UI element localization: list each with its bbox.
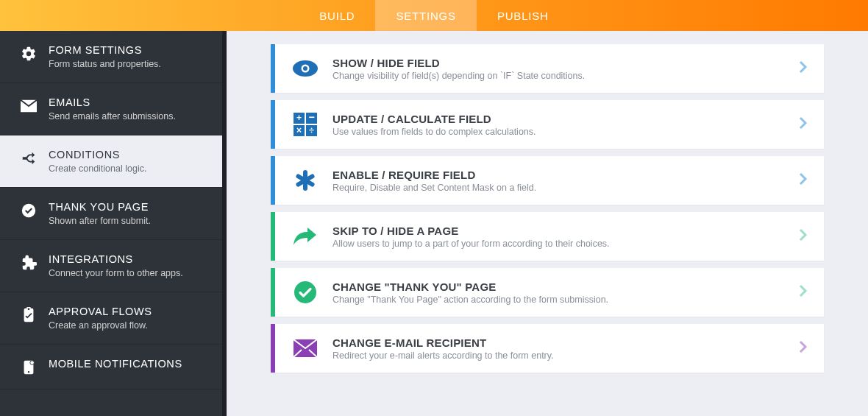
sidebar-item-thankyou[interactable]: THANK YOU PAGE Shown after form submit. [0, 188, 222, 240]
card-title: ENABLE / REQUIRE FIELD [332, 169, 799, 181]
svg-point-1 [30, 361, 35, 365]
clipboard-check-icon [21, 307, 37, 323]
card-sub: Redirect your e-mail alerts according to… [332, 350, 799, 361]
eye-icon [288, 60, 322, 77]
sidebar-item-title: FORM SETTINGS [49, 44, 161, 56]
card-title: SHOW / HIDE FIELD [332, 57, 799, 69]
card-change-email-recipient[interactable]: CHANGE E-MAIL RECIPIENT Redirect your e-… [271, 324, 824, 373]
chevron-right-icon [799, 340, 808, 356]
sidebar-item-sub: Create conditional logic. [49, 163, 146, 174]
svg-text:÷: ÷ [309, 125, 314, 135]
check-circle-icon [21, 202, 37, 219]
tab-build[interactable]: BUILD [299, 0, 375, 31]
card-sub: Use values from fields to do complex cal… [332, 127, 799, 137]
shuffle-icon [21, 150, 37, 166]
arrow-share-icon [288, 226, 322, 247]
topbar: BUILD SETTINGS PUBLISH [0, 0, 868, 31]
svg-text:+: + [296, 113, 302, 123]
card-sub: Require, Disable and Set Content Mask on… [332, 183, 799, 193]
card-enable-require[interactable]: ENABLE / REQUIRE FIELD Require, Disable … [271, 156, 824, 205]
card-title: CHANGE E-MAIL RECIPIENT [332, 336, 799, 349]
card-skip-hide-page[interactable]: SKIP TO / HIDE A PAGE Allow users to jum… [271, 212, 824, 261]
chevron-right-icon [799, 228, 808, 244]
sidebar-item-sub: Shown after form submit. [49, 216, 151, 226]
chevron-right-icon [799, 116, 808, 133]
tab-publish[interactable]: PUBLISH [477, 0, 569, 31]
sidebar-item-mobile[interactable]: MOBILE NOTIFICATIONS [0, 345, 222, 389]
chevron-right-icon [799, 284, 808, 300]
sidebar-item-form-settings[interactable]: FORM SETTINGS Form status and properties… [0, 31, 222, 83]
chevron-right-icon [799, 60, 808, 77]
check-badge-icon [288, 281, 322, 304]
main-content: SHOW / HIDE FIELD Change visibility of f… [227, 31, 868, 416]
mail-icon [21, 98, 37, 114]
tab-settings[interactable]: SETTINGS [375, 0, 476, 31]
sidebar-item-approval[interactable]: APPROVAL FLOWS Create an approval flow. [0, 292, 222, 345]
card-title: CHANGE "THANK YOU" PAGE [332, 281, 799, 293]
svg-text:−: − [308, 113, 314, 123]
gear-icon [21, 46, 37, 62]
chevron-right-icon [799, 172, 808, 188]
puzzle-icon [21, 255, 37, 271]
sidebar: FORM SETTINGS Form status and properties… [0, 31, 227, 416]
sidebar-item-emails[interactable]: EMAILS Send emails after submissions. [0, 83, 222, 135]
sidebar-item-title: EMAILS [49, 96, 176, 108]
svg-point-4 [303, 66, 307, 71]
card-update-calculate[interactable]: + − × ÷ UPDATE / CALCULATE FIELD Use val… [271, 100, 824, 149]
card-sub: Change visibility of field(s) depending … [332, 71, 799, 81]
sidebar-item-sub: Form status and properties. [49, 59, 161, 69]
sidebar-item-title: APPROVAL FLOWS [49, 306, 152, 317]
bell-icon [21, 359, 37, 376]
sidebar-item-sub: Create an approval flow. [49, 320, 152, 331]
svg-point-16 [294, 281, 316, 303]
card-change-thankyou[interactable]: CHANGE "THANK YOU" PAGE Change "Thank Yo… [271, 268, 824, 317]
card-title: SKIP TO / HIDE A PAGE [332, 225, 799, 237]
sidebar-item-title: INTEGRATIONS [49, 253, 183, 265]
sidebar-item-title: MOBILE NOTIFICATIONS [49, 358, 182, 370]
card-sub: Change "Thank You Page" action according… [332, 295, 799, 305]
sidebar-item-conditions[interactable]: CONDITIONS Create conditional logic. [0, 135, 222, 188]
sidebar-item-title: THANK YOU PAGE [49, 201, 151, 213]
sidebar-item-sub: Send emails after submissions. [49, 111, 176, 121]
card-sub: Allow users to jump to a part of your fo… [332, 239, 799, 249]
sidebar-item-title: CONDITIONS [49, 149, 146, 161]
card-show-hide-field[interactable]: SHOW / HIDE FIELD Change visibility of f… [271, 44, 824, 93]
sidebar-item-integrations[interactable]: INTEGRATIONS Connect your form to other … [0, 240, 222, 292]
mail-solid-icon [288, 339, 322, 357]
calculator-icon: + − × ÷ [288, 113, 322, 136]
sidebar-item-sub: Connect your form to other apps. [49, 268, 183, 278]
card-title: UPDATE / CALCULATE FIELD [332, 113, 799, 125]
svg-text:×: × [296, 125, 302, 135]
asterisk-icon [288, 169, 322, 192]
